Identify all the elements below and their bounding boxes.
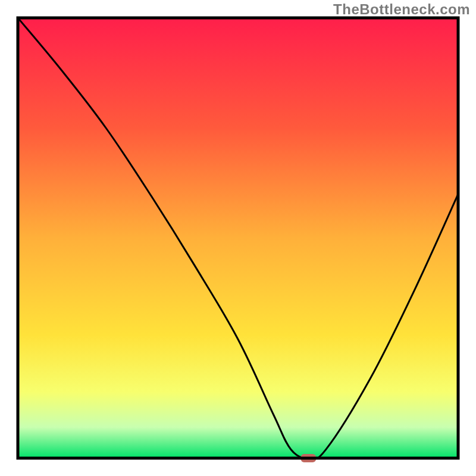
bottleneck-chart	[0, 0, 476, 476]
plot-background-gradient	[18, 18, 458, 458]
chart-container: TheBottleneck.com	[0, 0, 476, 476]
watermark-text: TheBottleneck.com	[333, 1, 470, 18]
